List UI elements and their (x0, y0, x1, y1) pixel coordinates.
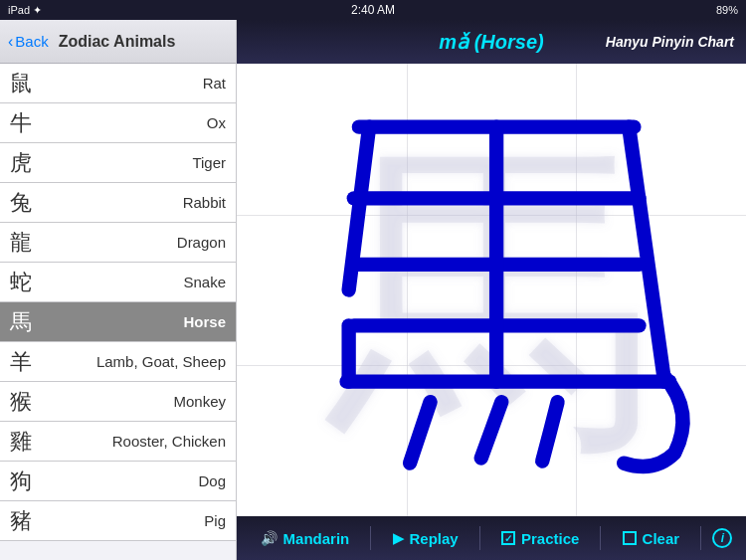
item-char: 兔 (10, 188, 42, 218)
status-bar: iPad ✦ 2:40 AM 89% (0, 0, 746, 20)
sidebar-item-monkey[interactable]: 猴Monkey (0, 382, 236, 422)
sidebar-item-rooster--chicken[interactable]: 雞Rooster, Chicken (0, 422, 236, 462)
item-label: Pig (42, 512, 226, 529)
back-button[interactable]: ‹ Back (8, 33, 49, 51)
status-left: iPad ✦ (8, 4, 42, 17)
checkbox-empty-icon (623, 531, 637, 545)
status-right: 89% (716, 4, 738, 16)
sidebar-item-rabbit[interactable]: 兔Rabbit (0, 183, 236, 223)
sidebar-item-horse[interactable]: 馬Horse (0, 302, 236, 342)
item-char: 猴 (10, 387, 42, 417)
divider-3 (600, 526, 601, 550)
clear-button[interactable]: Clear (613, 524, 690, 553)
sidebar: ‹ Back Zodiac Animals 鼠Rat牛Ox虎Tiger兔Rabb… (0, 20, 237, 560)
content-header: mǎ (Horse) Hanyu Pinyin Chart (237, 20, 746, 64)
bottom-toolbar: 🔊 Mandarin ▶ Replay ✓ Practice Clear i (237, 516, 746, 560)
divider-4 (700, 526, 701, 550)
sidebar-item-rat[interactable]: 鼠Rat (0, 64, 236, 103)
item-char: 雞 (10, 427, 42, 457)
content-title: mǎ (Horse) (439, 30, 543, 54)
item-char: 馬 (10, 307, 42, 337)
clear-label: Clear (643, 530, 680, 547)
item-char: 鼠 (10, 69, 42, 98)
hanyu-pinyin-label: Hanyu Pinyin Chart (606, 34, 734, 50)
replay-button[interactable]: ▶ Replay (383, 524, 468, 553)
speaker-icon: 🔊 (261, 530, 278, 546)
character-display: 馬 (237, 64, 746, 516)
divider-1 (370, 526, 371, 550)
item-char: 羊 (10, 347, 42, 377)
item-label: Horse (42, 313, 226, 330)
divider-2 (479, 526, 480, 550)
info-icon: i (721, 531, 724, 545)
sidebar-item-snake[interactable]: 蛇Snake (0, 263, 236, 302)
sidebar-item-lamb--goat--sheep[interactable]: 羊Lamb, Goat, Sheep (0, 342, 236, 382)
battery-label: 89% (716, 4, 738, 16)
item-char: 虎 (10, 148, 42, 178)
sidebar-title: Zodiac Animals (59, 33, 176, 51)
sidebar-item-tiger[interactable]: 虎Tiger (0, 143, 236, 183)
mandarin-button[interactable]: 🔊 Mandarin (251, 524, 360, 553)
ipad-label: iPad ✦ (8, 4, 42, 17)
main-layout: ‹ Back Zodiac Animals 鼠Rat牛Ox虎Tiger兔Rabb… (0, 20, 746, 560)
sidebar-item-pig[interactable]: 豬Pig (0, 501, 236, 541)
item-label: Rooster, Chicken (42, 433, 226, 450)
info-button[interactable]: i (712, 528, 732, 548)
play-icon: ▶ (393, 530, 404, 546)
mandarin-label: Mandarin (283, 530, 350, 547)
sidebar-list: 鼠Rat牛Ox虎Tiger兔Rabbit龍Dragon蛇Snake馬Horse羊… (0, 64, 236, 560)
item-label: Lamb, Goat, Sheep (42, 353, 226, 370)
content-area: mǎ (Horse) Hanyu Pinyin Chart (237, 20, 746, 560)
drawing-area[interactable]: 馬 (237, 64, 746, 516)
status-time: 2:40 AM (351, 3, 395, 17)
checkbox-checked-icon: ✓ (501, 531, 515, 545)
sidebar-item-dog[interactable]: 狗Dog (0, 462, 236, 501)
back-label: Back (15, 33, 48, 50)
item-char: 狗 (10, 467, 42, 496)
practice-label: Practice (521, 530, 579, 547)
sidebar-item-ox[interactable]: 牛Ox (0, 103, 236, 143)
item-char: 蛇 (10, 268, 42, 297)
item-label: Ox (42, 114, 226, 131)
item-char: 牛 (10, 108, 42, 138)
item-label: Snake (42, 274, 226, 290)
replay-label: Replay (410, 530, 459, 547)
sidebar-header: ‹ Back Zodiac Animals (0, 20, 236, 64)
item-label: Dog (42, 472, 226, 489)
item-char: 龍 (10, 228, 42, 258)
item-label: Rabbit (42, 194, 226, 211)
item-char: 豬 (10, 506, 42, 536)
item-label: Tiger (42, 154, 226, 171)
item-label: Rat (42, 75, 226, 92)
item-label: Dragon (42, 234, 226, 251)
chevron-left-icon: ‹ (8, 33, 13, 51)
item-label: Monkey (42, 393, 226, 410)
sidebar-item-dragon[interactable]: 龍Dragon (0, 223, 236, 263)
practice-button[interactable]: ✓ Practice (491, 524, 589, 553)
